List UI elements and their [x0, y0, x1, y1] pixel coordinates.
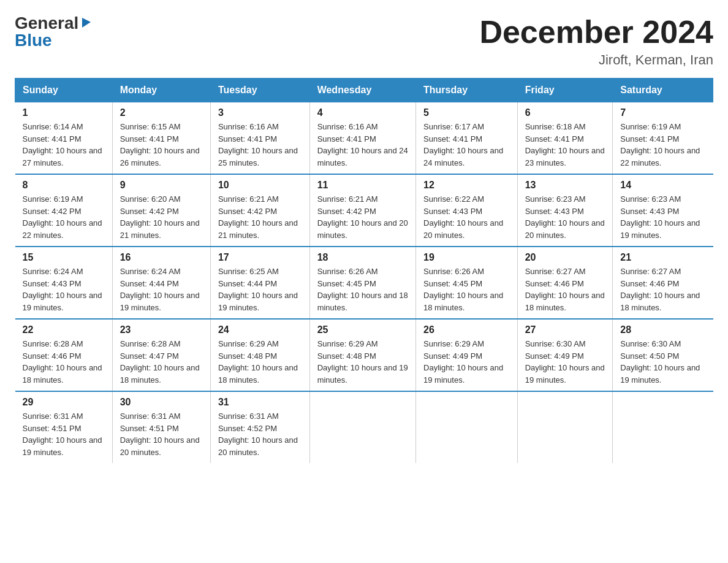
- calendar-week-row: 15 Sunrise: 6:24 AM Sunset: 4:43 PM Dayl…: [15, 247, 713, 319]
- day-number: 15: [23, 252, 105, 263]
- day-number: 27: [525, 324, 605, 335]
- table-row: 16 Sunrise: 6:24 AM Sunset: 4:44 PM Dayl…: [112, 247, 210, 319]
- logo-general: General: [15, 15, 78, 32]
- calendar-title: December 2024: [479, 15, 713, 50]
- header-sunday: Sunday: [15, 79, 113, 102]
- table-row: 26 Sunrise: 6:29 AM Sunset: 4:49 PM Dayl…: [416, 319, 518, 391]
- table-row: 18 Sunrise: 6:26 AM Sunset: 4:45 PM Dayl…: [309, 247, 415, 319]
- table-row: 5 Sunrise: 6:17 AM Sunset: 4:41 PM Dayli…: [416, 102, 518, 175]
- day-info: Sunrise: 6:28 AM Sunset: 4:47 PM Dayligh…: [120, 338, 203, 386]
- day-info: Sunrise: 6:26 AM Sunset: 4:45 PM Dayligh…: [423, 266, 510, 313]
- day-info: Sunrise: 6:22 AM Sunset: 4:43 PM Dayligh…: [423, 193, 510, 241]
- table-row: 31 Sunrise: 6:31 AM Sunset: 4:52 PM Dayl…: [210, 391, 309, 463]
- day-number: 20: [525, 252, 605, 263]
- table-row: 6 Sunrise: 6:18 AM Sunset: 4:41 PM Dayli…: [517, 102, 613, 175]
- table-row: 30 Sunrise: 6:31 AM Sunset: 4:51 PM Dayl…: [112, 391, 210, 463]
- day-info: Sunrise: 6:27 AM Sunset: 4:46 PM Dayligh…: [525, 266, 605, 313]
- table-row: 20 Sunrise: 6:27 AM Sunset: 4:46 PM Dayl…: [517, 247, 613, 319]
- table-row: 17 Sunrise: 6:25 AM Sunset: 4:44 PM Dayl…: [210, 247, 309, 319]
- table-row: 4 Sunrise: 6:16 AM Sunset: 4:41 PM Dayli…: [309, 102, 415, 175]
- header-tuesday: Tuesday: [210, 79, 309, 102]
- day-info: Sunrise: 6:26 AM Sunset: 4:45 PM Dayligh…: [317, 266, 408, 313]
- day-info: Sunrise: 6:31 AM Sunset: 4:52 PM Dayligh…: [218, 410, 302, 458]
- table-row: 15 Sunrise: 6:24 AM Sunset: 4:43 PM Dayl…: [15, 247, 113, 319]
- day-number: 24: [218, 324, 302, 335]
- day-info: Sunrise: 6:29 AM Sunset: 4:48 PM Dayligh…: [317, 338, 408, 386]
- day-number: 9: [120, 180, 203, 191]
- day-number: 14: [620, 180, 705, 191]
- logo-triangle-icon: [80, 15, 93, 29]
- day-number: 25: [317, 324, 408, 335]
- table-row: [416, 391, 518, 463]
- day-info: Sunrise: 6:31 AM Sunset: 4:51 PM Dayligh…: [23, 410, 105, 458]
- calendar-table: Sunday Monday Tuesday Wednesday Thursday…: [15, 78, 713, 463]
- logo-blue: Blue: [15, 32, 52, 49]
- svg-marker-0: [82, 18, 91, 28]
- table-row: 1 Sunrise: 6:14 AM Sunset: 4:41 PM Dayli…: [15, 102, 113, 175]
- day-info: Sunrise: 6:17 AM Sunset: 4:41 PM Dayligh…: [423, 121, 510, 169]
- day-info: Sunrise: 6:27 AM Sunset: 4:46 PM Dayligh…: [620, 266, 705, 313]
- day-number: 8: [23, 180, 105, 191]
- header-saturday: Saturday: [613, 79, 713, 102]
- day-number: 21: [620, 252, 705, 263]
- table-row: 27 Sunrise: 6:30 AM Sunset: 4:49 PM Dayl…: [517, 319, 613, 391]
- header-thursday: Thursday: [416, 79, 518, 102]
- logo: General Blue: [15, 15, 93, 49]
- day-number: 16: [120, 252, 203, 263]
- day-number: 17: [218, 252, 302, 263]
- day-info: Sunrise: 6:23 AM Sunset: 4:43 PM Dayligh…: [525, 193, 605, 241]
- calendar-subtitle: Jiroft, Kerman, Iran: [479, 52, 713, 68]
- day-info: Sunrise: 6:29 AM Sunset: 4:48 PM Dayligh…: [218, 338, 302, 386]
- calendar-header-row: Sunday Monday Tuesday Wednesday Thursday…: [15, 79, 713, 102]
- day-number: 28: [620, 324, 705, 335]
- day-number: 19: [423, 252, 510, 263]
- day-info: Sunrise: 6:15 AM Sunset: 4:41 PM Dayligh…: [120, 121, 203, 169]
- header-monday: Monday: [112, 79, 210, 102]
- day-number: 7: [620, 107, 705, 118]
- day-number: 11: [317, 180, 408, 191]
- day-info: Sunrise: 6:21 AM Sunset: 4:42 PM Dayligh…: [218, 193, 302, 241]
- calendar-week-row: 29 Sunrise: 6:31 AM Sunset: 4:51 PM Dayl…: [15, 391, 713, 463]
- table-row: 25 Sunrise: 6:29 AM Sunset: 4:48 PM Dayl…: [309, 319, 415, 391]
- day-number: 18: [317, 252, 408, 263]
- table-row: 9 Sunrise: 6:20 AM Sunset: 4:42 PM Dayli…: [112, 174, 210, 247]
- day-number: 12: [423, 180, 510, 191]
- day-info: Sunrise: 6:30 AM Sunset: 4:50 PM Dayligh…: [620, 338, 705, 386]
- day-number: 2: [120, 107, 203, 118]
- day-info: Sunrise: 6:16 AM Sunset: 4:41 PM Dayligh…: [218, 121, 302, 169]
- day-info: Sunrise: 6:30 AM Sunset: 4:49 PM Dayligh…: [525, 338, 605, 386]
- table-row: 23 Sunrise: 6:28 AM Sunset: 4:47 PM Dayl…: [112, 319, 210, 391]
- day-info: Sunrise: 6:24 AM Sunset: 4:44 PM Dayligh…: [120, 266, 203, 313]
- title-section: December 2024 Jiroft, Kerman, Iran: [479, 15, 713, 68]
- day-number: 1: [23, 107, 105, 118]
- table-row: 21 Sunrise: 6:27 AM Sunset: 4:46 PM Dayl…: [613, 247, 713, 319]
- table-row: [517, 391, 613, 463]
- calendar-week-row: 8 Sunrise: 6:19 AM Sunset: 4:42 PM Dayli…: [15, 174, 713, 247]
- table-row: [309, 391, 415, 463]
- day-info: Sunrise: 6:31 AM Sunset: 4:51 PM Dayligh…: [120, 410, 203, 458]
- day-info: Sunrise: 6:24 AM Sunset: 4:43 PM Dayligh…: [23, 266, 105, 313]
- day-number: 13: [525, 180, 605, 191]
- day-number: 22: [23, 324, 105, 335]
- day-info: Sunrise: 6:23 AM Sunset: 4:43 PM Dayligh…: [620, 193, 705, 241]
- day-number: 31: [218, 397, 302, 408]
- header-friday: Friday: [517, 79, 613, 102]
- day-number: 29: [23, 397, 105, 408]
- day-number: 3: [218, 107, 302, 118]
- header-wednesday: Wednesday: [309, 79, 415, 102]
- table-row: 11 Sunrise: 6:21 AM Sunset: 4:42 PM Dayl…: [309, 174, 415, 247]
- day-number: 4: [317, 107, 408, 118]
- page-header: General Blue December 2024 Jiroft, Kerma…: [15, 15, 713, 68]
- day-number: 6: [525, 107, 605, 118]
- table-row: 2 Sunrise: 6:15 AM Sunset: 4:41 PM Dayli…: [112, 102, 210, 175]
- day-info: Sunrise: 6:19 AM Sunset: 4:42 PM Dayligh…: [23, 193, 105, 241]
- day-number: 26: [423, 324, 510, 335]
- table-row: [613, 391, 713, 463]
- day-info: Sunrise: 6:14 AM Sunset: 4:41 PM Dayligh…: [23, 121, 105, 169]
- table-row: 3 Sunrise: 6:16 AM Sunset: 4:41 PM Dayli…: [210, 102, 309, 175]
- day-info: Sunrise: 6:25 AM Sunset: 4:44 PM Dayligh…: [218, 266, 302, 313]
- table-row: 28 Sunrise: 6:30 AM Sunset: 4:50 PM Dayl…: [613, 319, 713, 391]
- calendar-week-row: 22 Sunrise: 6:28 AM Sunset: 4:46 PM Dayl…: [15, 319, 713, 391]
- table-row: 7 Sunrise: 6:19 AM Sunset: 4:41 PM Dayli…: [613, 102, 713, 175]
- day-number: 30: [120, 397, 203, 408]
